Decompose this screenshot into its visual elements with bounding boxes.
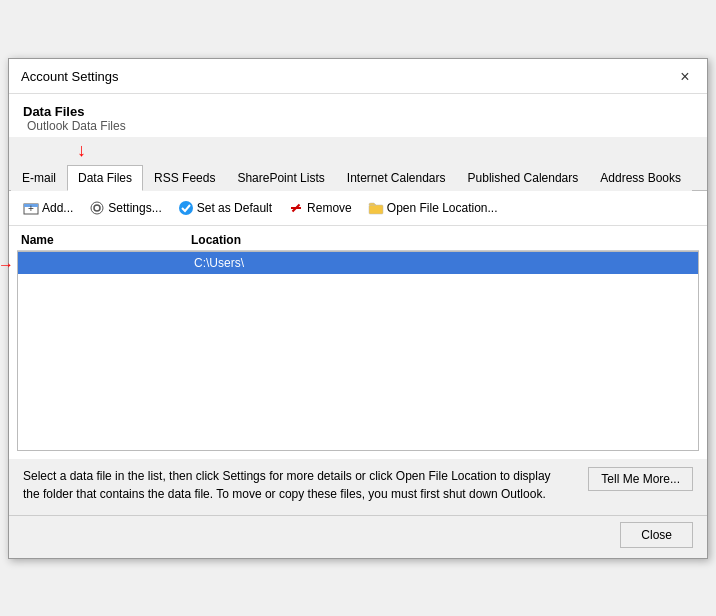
tab-internet-calendars[interactable]: Internet Calendars (336, 165, 457, 191)
section-title: Data Files (23, 104, 693, 119)
set-default-button[interactable]: Set as Default (172, 197, 278, 219)
table-row[interactable]: C:\Users\ (18, 252, 698, 274)
open-file-location-label: Open File Location... (387, 201, 498, 215)
title-bar: Account Settings × (9, 59, 707, 94)
tab-sharepoint-lists[interactable]: SharePoint Lists (226, 165, 335, 191)
window-close-button[interactable]: × (675, 67, 695, 87)
remove-button[interactable]: Remove (282, 197, 358, 219)
col-name-header: Name (21, 233, 191, 247)
section-header: Data Files Outlook Data Files (9, 94, 707, 137)
svg-point-3 (94, 205, 100, 211)
dialog-title: Account Settings (21, 69, 119, 84)
data-table: Name Location → C:\Users\ (17, 230, 699, 451)
tab-arrow-indicator: ↓ (77, 141, 86, 159)
row-pointer-arrow: → (0, 256, 14, 274)
tab-data-files[interactable]: Data Files (67, 165, 143, 191)
col-location-header: Location (191, 233, 695, 247)
svg-point-4 (91, 202, 103, 214)
tab-address-books[interactable]: Address Books (589, 165, 692, 191)
footer: Close (9, 515, 707, 558)
set-default-label: Set as Default (197, 201, 272, 215)
empty-space (18, 274, 698, 424)
add-button[interactable]: + Add... (17, 197, 79, 219)
account-settings-dialog: Account Settings × Data Files Outlook Da… (8, 58, 708, 559)
table-header: Name Location (17, 230, 699, 251)
settings-label: Settings... (108, 201, 161, 215)
remove-icon (288, 200, 304, 216)
add-label: Add... (42, 201, 73, 215)
open-file-location-button[interactable]: Open File Location... (362, 197, 504, 219)
row-name-cell (18, 252, 188, 274)
table-body: → C:\Users\ (17, 251, 699, 451)
svg-point-5 (179, 201, 193, 215)
folder-icon (368, 200, 384, 216)
add-icon: + (23, 200, 39, 216)
tab-published-calendars[interactable]: Published Calendars (457, 165, 590, 191)
tab-email[interactable]: E-mail (11, 165, 67, 191)
toolbar: + Add... Settings... Set as Default (9, 191, 707, 226)
settings-button[interactable]: Settings... (83, 197, 167, 219)
table-row-wrapper: C:\Users\ (18, 252, 698, 274)
tab-bar: ↓ E-mail Data Files RSS Feeds SharePoint… (9, 141, 707, 191)
tell-me-more-button[interactable]: Tell Me More... (588, 467, 693, 491)
section-subtitle: Outlook Data Files (23, 119, 693, 133)
tab-rss-feeds[interactable]: RSS Feeds (143, 165, 226, 191)
remove-label: Remove (307, 201, 352, 215)
bottom-bar: Select a data file in the list, then cli… (9, 459, 707, 515)
row-location-cell: C:\Users\ (188, 252, 698, 274)
svg-text:+: + (28, 203, 34, 214)
content-area: Name Location → C:\Users\ (9, 226, 707, 459)
close-dialog-button[interactable]: Close (620, 522, 693, 548)
checkmark-icon (178, 200, 194, 216)
settings-icon (89, 200, 105, 216)
svg-rect-8 (369, 205, 383, 214)
status-text: Select a data file in the list, then cli… (23, 467, 563, 503)
